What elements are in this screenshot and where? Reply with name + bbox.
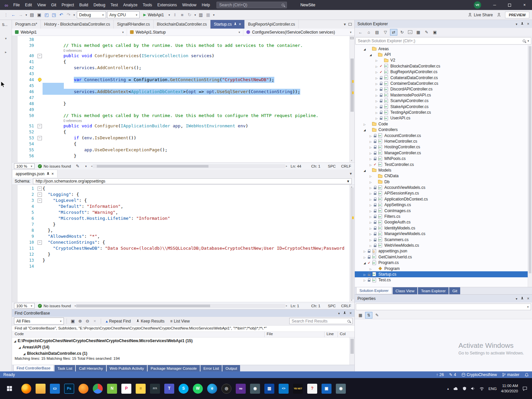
toolbar-options[interactable]: ⋮ (3, 11, 9, 19)
eol-indicator[interactable]: CRLF (341, 164, 352, 168)
expander-icon[interactable] (368, 237, 373, 242)
tree-item[interactable]: TestController.cs (355, 162, 532, 167)
expander-icon[interactable] (368, 214, 373, 219)
issues-indicator[interactable]: ✓ No issues found (38, 164, 71, 168)
space-indicator[interactable]: SPC (328, 164, 338, 168)
whatsapp[interactable]: W (193, 384, 203, 394)
menu-item[interactable]: Edit (22, 0, 35, 10)
window-position-icon[interactable]: ▾ (516, 22, 517, 26)
code-editor-startup[interactable]: 38 39 // This method gets called by the … (12, 36, 354, 162)
issues-indicator[interactable]: ✓ No issues found (38, 304, 71, 308)
expander-icon[interactable] (374, 81, 379, 86)
tree-item[interactable]: Areas (355, 46, 532, 52)
find-scope-dropdown[interactable]: All Files ▾ (14, 318, 64, 325)
pin-icon[interactable] (521, 22, 524, 26)
expander-icon[interactable] (368, 174, 373, 178)
skype[interactable]: S (179, 384, 189, 394)
home[interactable]: ⌂ (365, 29, 372, 36)
menu-item[interactable]: Help (199, 0, 213, 10)
expander-icon[interactable] (23, 351, 25, 356)
navigate-forward[interactable]: → (17, 11, 24, 19)
expander-icon[interactable] (374, 98, 379, 103)
code-cleanup-icon[interactable]: ✎ (74, 163, 81, 170)
tree-item[interactable]: AccountController.cs (355, 133, 532, 138)
column-indicator[interactable]: Ch: 1 (311, 164, 325, 168)
column-col[interactable]: Col (337, 332, 349, 337)
close-tab-icon[interactable] (52, 172, 54, 176)
new-file[interactable]: ▤ (29, 11, 35, 19)
fold-marker-icon[interactable] (37, 95, 43, 101)
panel-tab[interactable]: Output (222, 365, 240, 371)
undo-menu[interactable]: ▾ (72, 11, 76, 19)
expander-icon[interactable] (368, 243, 373, 248)
photos[interactable]: ◉ (336, 384, 346, 394)
column-indicator[interactable]: Ch: 1 (311, 304, 325, 308)
tree-item[interactable]: UserAPI.cs (355, 115, 532, 121)
repeat-find-button[interactable]: ▴ Repeat Find (104, 318, 133, 325)
notifications-bell-icon[interactable] (525, 373, 529, 377)
tree-item[interactable]: AccountViewModels.cs (355, 185, 532, 190)
line-indicator[interactable]: Ln: 1 (291, 304, 308, 308)
fold-marker-icon[interactable] (37, 147, 43, 153)
scrollbar-thumb[interactable] (350, 188, 354, 299)
fold-marker-icon[interactable] (37, 263, 43, 269)
user-avatar[interactable]: VE (474, 1, 481, 9)
menu-item[interactable]: Test (108, 0, 121, 10)
expand-all[interactable]: ⊕ (77, 318, 83, 325)
expander-icon[interactable] (374, 64, 379, 68)
scrollbar-thumb[interactable] (350, 59, 354, 112)
calculator[interactable]: 221 (150, 384, 160, 394)
breadcrumb-member-dropdown[interactable]: ConfigureServices(IServiceCollection ser… (243, 29, 354, 36)
fold-marker-icon[interactable] (37, 198, 43, 203)
expander-icon[interactable] (362, 122, 367, 126)
close-panel-icon[interactable]: × (527, 296, 529, 301)
find-result-row[interactable]: E:\Projects\CryptoChestNew\CryptoChestNe… (12, 337, 354, 344)
fold-marker-icon[interactable] (37, 113, 43, 119)
find-results-list[interactable]: E:\Projects\CryptoChestNew\CryptoChestNe… (12, 337, 354, 365)
tree-item[interactable]: WebViewModels.cs (355, 242, 532, 248)
scrollbar-thumb[interactable] (97, 165, 208, 168)
expander-icon[interactable] (374, 110, 379, 115)
solution-explorer-search-box[interactable]: Search Solution Explorer (Ctrl+;) ▾ (355, 37, 531, 45)
property-pages[interactable]: ✎ (373, 312, 381, 319)
close-panel-icon[interactable]: × (527, 22, 529, 26)
expander-icon[interactable] (368, 220, 373, 224)
fold-marker-icon[interactable] (37, 186, 43, 192)
expander-icon[interactable] (368, 133, 373, 138)
tree-item[interactable]: Db (355, 179, 532, 185)
restart[interactable]: ↻ (186, 11, 193, 19)
tree-item[interactable]: IdentityModels.cs (355, 225, 532, 231)
start-button[interactable] (2, 378, 17, 399)
tree-item[interactable]: CNData (355, 173, 532, 179)
scrollbar-thumb[interactable] (76, 305, 210, 307)
expander-icon[interactable] (368, 197, 373, 201)
tree-item[interactable]: DiscordAPIController.cs (355, 86, 532, 92)
vertical-scrollbar[interactable] (528, 45, 532, 287)
fold-marker-icon[interactable] (37, 203, 43, 209)
expander-icon[interactable] (368, 208, 373, 213)
properties-header[interactable]: Properties ▾ × (355, 295, 532, 303)
show-all-files[interactable]: ▦ (415, 29, 422, 36)
document-tab[interactable]: History - BlockchainDataController.cs (41, 20, 114, 29)
document-tab[interactable]: Program.cs* (12, 20, 41, 29)
fold-marker-icon[interactable] (37, 239, 43, 245)
pending-edits[interactable]: ✎ 4 (449, 372, 456, 377)
teams[interactable]: T (164, 384, 174, 394)
fold-marker-icon[interactable] (37, 251, 43, 257)
tree-item[interactable]: MasternodePoolAPI.cs (355, 92, 532, 98)
fold-marker-icon[interactable] (37, 123, 43, 129)
document-tab[interactable]: BlockchainDataController.cs (154, 20, 210, 29)
categorized[interactable]: ▦ (357, 312, 364, 319)
panel-tab[interactable]: Task List (55, 365, 75, 371)
chevron-down-icon[interactable]: ▾ (84, 163, 87, 170)
scrollbar-thumb[interactable] (529, 46, 531, 273)
vertical-scrollbar[interactable] (349, 185, 354, 302)
panel-tab[interactable]: Git (449, 287, 460, 294)
tree-item[interactable]: StakeApiController.cs (355, 104, 532, 109)
expander-icon[interactable] (368, 185, 373, 190)
feedback-icon[interactable] (497, 13, 501, 17)
tab-list-dropdown-icon[interactable]: ▾ (344, 22, 346, 27)
float-window-icon[interactable] (348, 23, 352, 26)
performance-monitor[interactable]: ▥ (264, 384, 274, 394)
panel-tab[interactable]: Find ControllerBase (13, 365, 54, 371)
